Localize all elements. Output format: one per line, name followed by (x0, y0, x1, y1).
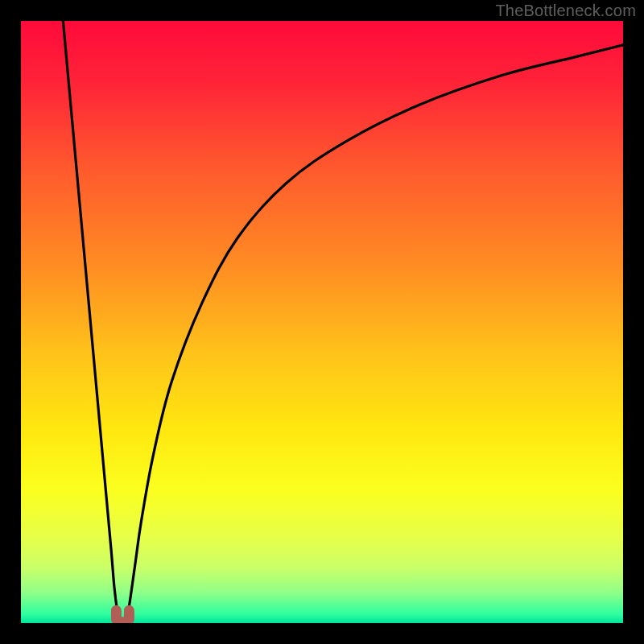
plot-area (21, 21, 623, 623)
gradient-background (21, 21, 623, 623)
bottleneck-chart (21, 21, 623, 623)
chart-frame: TheBottleneck.com (0, 0, 644, 644)
watermark-text: TheBottleneck.com (495, 2, 636, 20)
